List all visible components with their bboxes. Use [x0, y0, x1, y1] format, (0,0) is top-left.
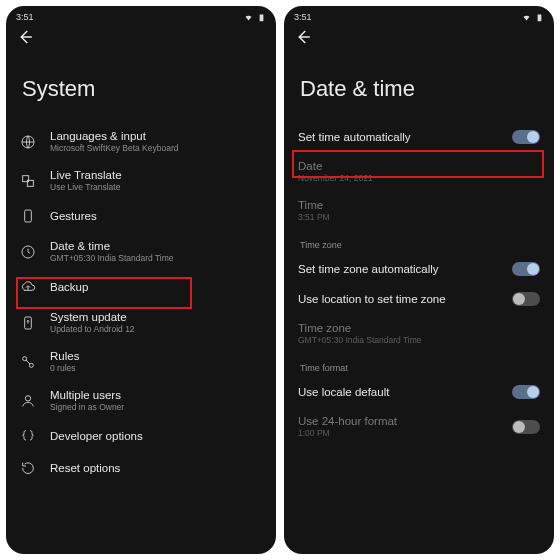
users-icon [20, 393, 36, 409]
row-label: Time zone [298, 322, 540, 334]
row-sub: 3:51 PM [298, 212, 540, 222]
row-locale-default[interactable]: Use locale default [284, 377, 554, 407]
row-sub: Signed in as Owner [50, 402, 262, 412]
row-label: Set time zone automatically [298, 263, 498, 275]
page-title: Date & time [284, 50, 554, 122]
row-backup[interactable]: Backup [6, 271, 276, 303]
row-date: DateNovember 24, 2021 [284, 152, 554, 191]
wifi-icon [244, 13, 253, 22]
battery-icon [257, 13, 266, 22]
update-icon [20, 315, 36, 331]
row-sub: 1:00 PM [298, 428, 498, 438]
row-sub: Updated to Android 12 [50, 324, 262, 334]
clock: 3:51 [294, 12, 312, 22]
row-system-update[interactable]: System updateUpdated to Android 12 [6, 303, 276, 342]
row-sub: Use Live Translate [50, 182, 262, 192]
row-live-translate[interactable]: Live TranslateUse Live Translate [6, 161, 276, 200]
svg-point-8 [25, 395, 30, 400]
row-use-location[interactable]: Use location to set time zone [284, 284, 554, 314]
clock-icon [20, 244, 36, 260]
row-label: Time [298, 199, 540, 211]
row-rules[interactable]: Rules0 rules [6, 342, 276, 381]
system-settings-screen: 3:51 System Languages & inputMicrosoft S… [6, 6, 276, 554]
row-sub: November 24, 2021 [298, 173, 540, 183]
row-label: Developer options [50, 430, 262, 442]
row-use-24h: Use 24-hour format1:00 PM [284, 407, 554, 446]
row-set-time-auto[interactable]: Set time automatically [284, 122, 554, 152]
toggle-use-24h [512, 420, 540, 434]
row-label: Date [298, 160, 540, 172]
row-label: Use 24-hour format [298, 415, 498, 427]
row-label: Languages & input [50, 130, 262, 142]
row-label: Backup [50, 281, 262, 293]
row-timezone: Time zoneGMT+05:30 India Standard Time [284, 314, 554, 353]
status-icons [244, 12, 266, 22]
row-label: Live Translate [50, 169, 262, 181]
row-sub: GMT+05:30 India Standard Time [298, 335, 540, 345]
date-time-screen: 3:51 Date & time Set time automatically … [284, 6, 554, 554]
row-gestures[interactable]: Gestures [6, 200, 276, 232]
row-set-tz-auto[interactable]: Set time zone automatically [284, 254, 554, 284]
page-title: System [6, 50, 276, 122]
row-languages-input[interactable]: Languages & inputMicrosoft SwiftKey Beta… [6, 122, 276, 161]
row-label: Date & time [50, 240, 262, 252]
gesture-icon [20, 208, 36, 224]
status-bar: 3:51 [6, 6, 276, 24]
toggle-locale-default[interactable] [512, 385, 540, 399]
date-time-list: Set time automatically DateNovember 24, … [284, 122, 554, 446]
reset-icon [20, 460, 36, 476]
toggle-use-location[interactable] [512, 292, 540, 306]
clock: 3:51 [16, 12, 34, 22]
row-sub: 0 rules [50, 363, 262, 373]
settings-list: Languages & inputMicrosoft SwiftKey Beta… [6, 122, 276, 484]
back-icon[interactable] [16, 28, 34, 46]
section-timezone: Time zone [284, 230, 554, 254]
row-multiple-users[interactable]: Multiple usersSigned in as Owner [6, 381, 276, 420]
battery-icon [535, 13, 544, 22]
row-time: Time3:51 PM [284, 191, 554, 230]
globe-icon [20, 134, 36, 150]
row-label: Reset options [50, 462, 262, 474]
backup-icon [20, 279, 36, 295]
row-sub: GMT+05:30 India Standard Time [50, 253, 262, 263]
status-icons [522, 12, 544, 22]
status-bar: 3:51 [284, 6, 554, 24]
row-label: System update [50, 311, 262, 323]
row-reset-options[interactable]: Reset options [6, 452, 276, 484]
toggle-set-tz-auto[interactable] [512, 262, 540, 276]
row-date-time[interactable]: Date & timeGMT+05:30 India Standard Time [6, 232, 276, 271]
row-label: Use locale default [298, 386, 498, 398]
translate-icon [20, 173, 36, 189]
row-label: Set time automatically [298, 131, 498, 143]
braces-icon [20, 428, 36, 444]
row-sub: Microsoft SwiftKey Beta Keyboard [50, 143, 262, 153]
row-label: Gestures [50, 210, 262, 222]
rules-icon [20, 354, 36, 370]
section-timeformat: Time format [284, 353, 554, 377]
wifi-icon [522, 13, 531, 22]
row-label: Multiple users [50, 389, 262, 401]
toggle-set-time-auto[interactable] [512, 130, 540, 144]
row-label: Rules [50, 350, 262, 362]
row-developer-options[interactable]: Developer options [6, 420, 276, 452]
svg-rect-3 [25, 210, 32, 222]
row-label: Use location to set time zone [298, 293, 498, 305]
back-icon[interactable] [294, 28, 312, 46]
